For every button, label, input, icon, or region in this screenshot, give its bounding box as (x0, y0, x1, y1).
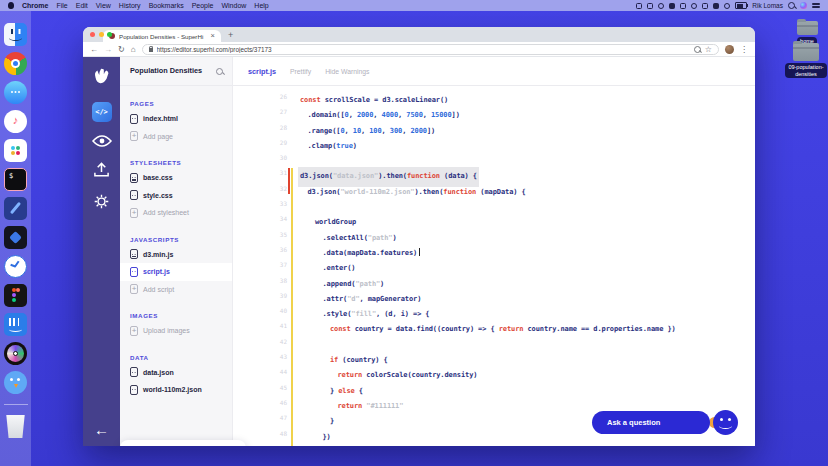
dock-figma[interactable] (4, 284, 27, 307)
menu-view[interactable]: View (96, 2, 111, 9)
dock-record-player[interactable] (4, 342, 27, 365)
dock-terminal[interactable] (4, 168, 27, 191)
preview-eye-icon[interactable] (92, 133, 112, 151)
ask-question-button[interactable]: Ask a question (592, 411, 710, 434)
code-line[interactable]: 43if (country) { (233, 349, 755, 364)
statusbar-wifi-icon[interactable] (713, 3, 719, 9)
sidebar-item-add-page[interactable]: +Add page (120, 128, 232, 146)
menu-chrome[interactable]: Chrome (22, 2, 48, 9)
hide-warnings-button[interactable]: Hide Warnings (325, 68, 369, 75)
code-line[interactable]: 32d3.json("world-110m2.json").then(funct… (233, 181, 755, 196)
tab-strip: Population Densities - SuperHi × + (83, 27, 755, 42)
dock-music[interactable] (4, 110, 27, 133)
sidebar-item-index-html[interactable]: index.html (120, 110, 232, 128)
code-line[interactable]: 30 (233, 150, 755, 165)
code-line[interactable]: 41const country = data.find((country) =>… (233, 318, 755, 333)
code-editor-tool-icon[interactable]: </> (92, 102, 112, 122)
code-line[interactable]: 42 (233, 334, 755, 349)
statusbar-volume-icon[interactable] (724, 3, 730, 9)
window-minimize-button[interactable] (99, 32, 104, 37)
statusbar-camera-icon[interactable] (636, 3, 642, 9)
back-nav-icon[interactable]: ← (90, 42, 98, 57)
sidebar-item-upload-images[interactable]: +Upload images (120, 322, 232, 340)
menu-window[interactable]: Window (221, 2, 246, 9)
code-line[interactable]: 45} else { (233, 380, 755, 395)
apple-menu-icon[interactable] (8, 2, 14, 9)
code-line[interactable]: 35.selectAll("path") (233, 227, 755, 242)
dock-twitter-bird[interactable] (4, 371, 27, 394)
statusbar-screen-mirroring-icon[interactable] (647, 3, 653, 9)
code-line[interactable]: 26const scrollScale = d3.scaleLinear() (233, 89, 755, 104)
bottom-popover[interactable] (120, 440, 246, 446)
sidebar-item-d3-min-js[interactable]: d3.min.js (120, 246, 232, 264)
profile-avatar[interactable] (725, 45, 734, 54)
window-zoom-button[interactable] (107, 32, 112, 37)
dock-messages[interactable] (4, 81, 27, 104)
sidebar-item-style-css[interactable]: style.css (120, 187, 232, 205)
battery-icon[interactable] (735, 2, 747, 9)
code-line[interactable]: 36.data(mapData.features) (233, 242, 755, 257)
reload-icon[interactable]: ↻ (118, 42, 125, 57)
statusbar-plus-icon[interactable] (702, 3, 708, 9)
code-line[interactable]: 34worldGroup (233, 211, 755, 226)
open-file-tab[interactable]: script.js (248, 67, 276, 76)
dock-finder[interactable] (4, 23, 27, 46)
browser-menu-icon[interactable]: ⋮ (740, 42, 748, 57)
sidebar-item-script-js[interactable]: script.js (120, 263, 232, 281)
sidebar-item-add-script[interactable]: +Add script (120, 281, 232, 299)
sidebar-item-add-stylesheet[interactable]: +Add stylesheet (120, 204, 232, 222)
code-line[interactable]: 44return colorScale(country.density) (233, 364, 755, 379)
dock-chrome[interactable] (4, 52, 27, 75)
statusbar-shield-icon[interactable] (658, 3, 664, 9)
browser-tab[interactable]: Population Densities - SuperHi × (103, 30, 221, 42)
forward-nav-icon[interactable]: → (104, 42, 112, 57)
menu-history[interactable]: History (119, 2, 141, 9)
address-bar[interactable]: https://editor.superhi.com/projects/3717… (142, 44, 719, 55)
dock-clock-app[interactable] (4, 255, 27, 278)
smiley-chat-icon[interactable] (713, 410, 738, 435)
prettify-button[interactable]: Prettify (290, 68, 311, 75)
dock-intercom[interactable] (4, 313, 27, 336)
code-editor-area[interactable]: 26const scrollScale = d3.scaleLinear()27… (233, 86, 755, 446)
desktop-folder-09-population-densities[interactable]: 09-population-densities (782, 43, 828, 78)
code-line[interactable]: 37.enter() (233, 257, 755, 272)
menu-file[interactable]: File (56, 2, 67, 9)
search-icon[interactable] (216, 68, 223, 75)
sidebar-item-base-css[interactable]: base.css (120, 169, 232, 187)
code-line[interactable]: 40.style("fill", (d, i) => { (233, 303, 755, 318)
new-tab-button[interactable]: + (228, 29, 233, 42)
statusbar-display-icon[interactable] (691, 3, 697, 9)
menu-help[interactable]: Help (254, 2, 268, 9)
back-arrow-button[interactable]: ← (83, 421, 120, 438)
settings-gear-icon[interactable] (93, 193, 110, 214)
code-line[interactable]: 27.domain([0, 2000, 4000, 7500, 15000]) (233, 104, 755, 119)
code-line[interactable]: 31d3.json("data.json").then(function (da… (233, 165, 755, 180)
spotlight-search-icon[interactable] (788, 2, 795, 9)
home-icon[interactable]: ⌂ (131, 42, 136, 57)
control-center-icon[interactable] (812, 3, 820, 5)
sidebar-item-data-json[interactable]: data.json (120, 364, 232, 382)
statusbar-search-small-icon[interactable] (680, 3, 686, 9)
menu-edit[interactable]: Edit (76, 2, 88, 9)
code-line[interactable]: 39.attr("d", mapGenerator) (233, 288, 755, 303)
menu-bookmarks[interactable]: Bookmarks (149, 2, 184, 9)
code-line[interactable]: 33 (233, 196, 755, 211)
dock-slack[interactable] (4, 139, 27, 162)
window-close-button[interactable] (90, 32, 95, 37)
code-line[interactable]: 28.range([0, 10, 100, 300, 2000]) (233, 120, 755, 135)
code-line[interactable]: 29.clamp(true) (233, 135, 755, 150)
upload-icon[interactable] (93, 162, 110, 182)
menubar-username[interactable]: Rik Lomas (752, 2, 783, 9)
dock-dev-app[interactable] (4, 226, 27, 249)
code-line[interactable]: 38.append("path") (233, 273, 755, 288)
code-line[interactable]: 46return "#111111" (233, 395, 755, 410)
dock-xcode[interactable] (4, 197, 27, 220)
siri-icon[interactable] (800, 2, 807, 9)
dock-trash[interactable] (4, 415, 27, 438)
bookmark-star-icon[interactable]: ☆ (705, 44, 712, 55)
sidebar-item-world-110m2-json[interactable]: world-110m2.json (120, 381, 232, 399)
menu-people[interactable]: People (192, 2, 214, 9)
zoom-indicator-icon[interactable] (694, 46, 701, 53)
statusbar-timer-icon[interactable] (669, 3, 675, 9)
tab-close-icon[interactable]: × (211, 30, 215, 42)
